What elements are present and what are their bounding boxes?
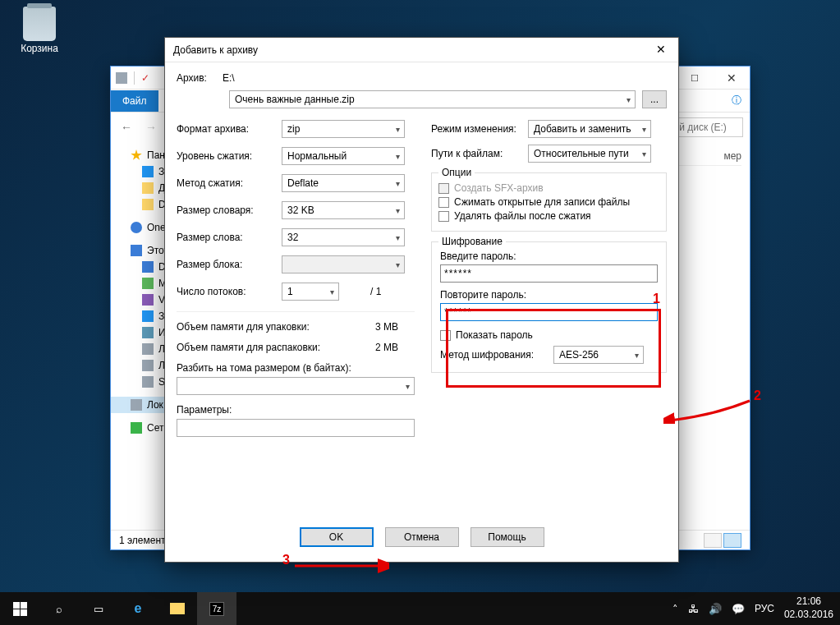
tray-up-icon[interactable]: ˄ — [672, 603, 678, 615]
view-icons-button[interactable] — [723, 533, 741, 548]
tray-notification-icon[interactable]: 💬 — [732, 603, 745, 615]
task-view-icon: ▭ — [94, 603, 103, 615]
mem-unpack-label: Объем памяти для распаковки: — [177, 342, 320, 353]
split-combo[interactable] — [177, 377, 415, 395]
tray-clock[interactable]: 21:06 02.03.2016 — [784, 595, 833, 621]
opt-sfx: Создать SFX-архив — [438, 182, 659, 194]
add-to-archive-dialog: Добавить к архиву ✕ Архив: E:\ Очень важ… — [164, 37, 679, 563]
recycle-bin-label: Корзина — [15, 43, 64, 54]
dialog-title: Добавить к архиву — [173, 44, 258, 56]
maximize-button[interactable]: ☐ — [676, 67, 713, 90]
format-label: Формат архива: — [177, 123, 275, 135]
password-input[interactable] — [440, 264, 658, 283]
split-label: Разбить на тома размером (в байтах): — [177, 362, 415, 374]
method-combo[interactable]: Deflate — [282, 174, 405, 192]
update-label: Режим изменения: — [431, 123, 521, 135]
network-icon — [131, 422, 142, 434]
dict-combo[interactable]: 32 KB — [282, 201, 405, 219]
archive-path: E:\ — [223, 72, 235, 84]
nav-forward[interactable]: → — [142, 117, 160, 137]
encryption-legend: Шифрование — [438, 236, 506, 247]
search-icon: ⌕ — [56, 603, 62, 615]
opt-delete[interactable]: Удалять файлы после сжатия — [438, 210, 659, 222]
drive-icon — [142, 343, 154, 355]
ok-button[interactable]: OK — [300, 527, 374, 547]
folder-icon — [142, 182, 154, 194]
help-button[interactable]: Помощь — [470, 527, 544, 547]
drive-icon — [131, 399, 142, 411]
tray-lang[interactable]: РУС — [755, 603, 774, 614]
edge-button[interactable]: e — [118, 592, 158, 625]
annotation-3: 3 — [282, 553, 290, 568]
pw2-label: Повторите пароль: — [440, 289, 658, 301]
taskbar: ⌕ ▭ e 7z ˄ 🖧 🔊 💬 РУС 21:06 02.03.2016 — [0, 592, 840, 625]
word-combo[interactable]: 32 — [282, 228, 405, 246]
folder-icon — [170, 603, 185, 614]
encryption-fieldset: Шифрование Введите пароль: Повторите пар… — [431, 241, 667, 373]
ribbon-tab-file[interactable]: Файл — [111, 90, 158, 112]
folder-icon — [142, 199, 154, 210]
params-input[interactable] — [177, 419, 415, 437]
options-legend: Опции — [438, 167, 475, 178]
ribbon-help-icon[interactable]: ⓘ — [732, 94, 750, 108]
close-button[interactable]: ✕ — [713, 67, 750, 90]
tray-network-icon[interactable]: 🖧 — [688, 603, 699, 615]
format-combo[interactable]: zip — [282, 120, 405, 138]
params-label: Параметры: — [177, 404, 415, 416]
drive-icon — [116, 72, 127, 84]
music-icon — [142, 278, 154, 289]
explorer-taskbar-button[interactable] — [158, 592, 197, 625]
checkbox-icon[interactable] — [438, 197, 449, 208]
desktop-icon — [142, 261, 154, 273]
annotation-1: 1 — [653, 292, 660, 306]
threads-label: Число потоков: — [177, 286, 275, 297]
threads-combo[interactable]: 1 — [282, 283, 339, 301]
cancel-button[interactable]: Отмена — [385, 527, 459, 547]
nav-back[interactable]: ← — [117, 117, 135, 137]
show-password-check[interactable]: Показать пароль — [440, 329, 658, 341]
recycle-bin-icon — [23, 7, 56, 41]
edge-icon: e — [135, 601, 142, 616]
status-text: 1 элемент — [119, 535, 166, 546]
view-details-button[interactable] — [704, 533, 722, 548]
paths-combo[interactable]: Относительные пути — [528, 145, 651, 163]
archive-label: Архив: — [177, 72, 218, 84]
pw1-label: Введите пароль: — [440, 250, 658, 262]
start-button[interactable] — [0, 592, 39, 625]
block-combo — [282, 255, 405, 273]
password-confirm-input[interactable] — [440, 303, 658, 321]
threads-max: / 1 — [370, 286, 381, 297]
pc-icon — [131, 245, 142, 256]
archive-name-combo[interactable]: Очень важные данные.zip — [229, 90, 636, 108]
search-button[interactable]: ⌕ — [39, 592, 79, 625]
level-label: Уровень сжатия: — [177, 150, 275, 162]
col-size[interactable]: мер — [723, 150, 741, 162]
drive-icon — [142, 376, 154, 388]
browse-button[interactable]: ... — [642, 90, 667, 108]
tray-volume-icon[interactable]: 🔊 — [709, 603, 722, 615]
task-view-button[interactable]: ▭ — [79, 592, 118, 625]
windows-logo-icon — [13, 602, 27, 616]
opt-shared[interactable]: Сжимать открытые для записи файлы — [438, 196, 659, 208]
drive-icon — [142, 360, 154, 371]
star-icon — [131, 149, 142, 161]
enc-method-combo[interactable]: AES-256 — [553, 346, 644, 364]
mem-unpack-value: 2 MB — [327, 342, 415, 353]
enc-method-label: Метод шифрования: — [440, 349, 547, 361]
mem-pack-value: 3 MB — [316, 321, 415, 333]
qat-icon: ✓ — [141, 72, 149, 84]
block-label: Размер блока: — [177, 259, 275, 270]
dict-label: Размер словаря: — [177, 205, 275, 216]
cloud-icon — [131, 222, 142, 233]
checkbox-icon[interactable] — [438, 211, 449, 222]
checkbox-icon — [438, 183, 449, 194]
checkbox-icon[interactable] — [440, 330, 451, 341]
dialog-close-button[interactable]: ✕ — [644, 38, 678, 62]
pictures-icon — [142, 327, 154, 338]
method-label: Метод сжатия: — [177, 177, 275, 189]
paths-label: Пути к файлам: — [431, 148, 521, 159]
7zip-taskbar-button[interactable]: 7z — [197, 592, 236, 625]
recycle-bin[interactable]: Корзина — [15, 7, 64, 54]
update-combo[interactable]: Добавить и заменить — [528, 120, 651, 138]
level-combo[interactable]: Нормальный — [282, 147, 405, 165]
